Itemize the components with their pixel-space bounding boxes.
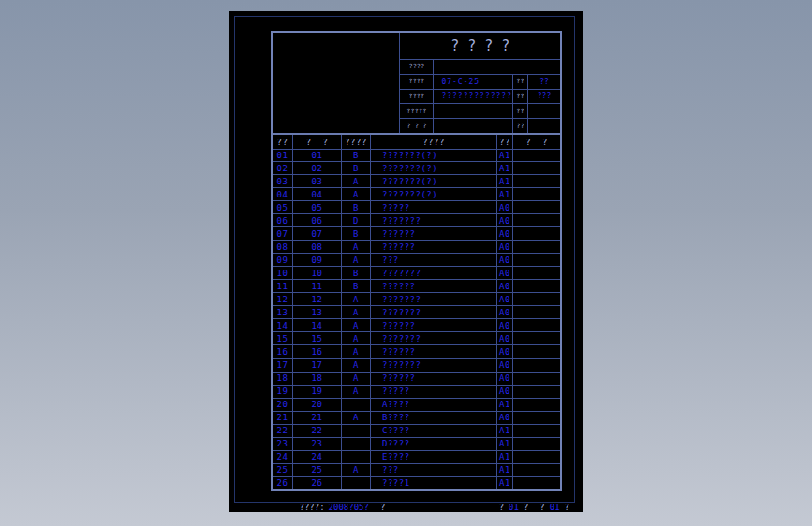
size-cell: A1 bbox=[497, 149, 513, 161]
drawing-no-cell: 04 bbox=[293, 188, 342, 200]
remark-cell bbox=[513, 399, 560, 411]
drawing-no-cell: 16 bbox=[293, 345, 342, 358]
footer-page-number: 01 bbox=[509, 503, 519, 512]
serial-cell: 16 bbox=[273, 345, 293, 358]
serial-cell: 01 bbox=[273, 149, 293, 161]
serial-cell: 05 bbox=[273, 201, 293, 213]
remark-cell bbox=[513, 267, 560, 279]
table-row: 0707B??????A0 bbox=[273, 227, 560, 241]
title-block: ???? ???? ???? 07-C-25 ?? ?? ???? ??????… bbox=[273, 33, 560, 135]
title-cell: A???? bbox=[371, 399, 497, 411]
cad-viewport[interactable]: ???? ???? ???? 07-C-25 ?? ?? ???? ??????… bbox=[229, 11, 583, 512]
table-row: 1616A??????A0 bbox=[273, 345, 560, 358]
drawing-no-cell: 10 bbox=[293, 267, 342, 279]
table-row: 0101B???????(?)A1 bbox=[273, 149, 560, 162]
title-cell: ??????? bbox=[371, 359, 497, 372]
table-row: 1717A???????A0 bbox=[273, 359, 560, 373]
header-remark: ? ? bbox=[513, 135, 560, 149]
serial-cell: 15 bbox=[273, 332, 293, 344]
serial-cell: 02 bbox=[273, 162, 293, 174]
serial-cell: 09 bbox=[273, 254, 293, 266]
size-cell: A0 bbox=[497, 214, 513, 226]
size-cell: A0 bbox=[497, 359, 513, 372]
remark-cell bbox=[513, 188, 560, 200]
field-value: ?? bbox=[528, 75, 560, 89]
title-cell: ??????? bbox=[371, 293, 497, 305]
remark-cell bbox=[513, 254, 560, 266]
footer-page-char: ? bbox=[524, 503, 528, 512]
drawing-no-cell: 26 bbox=[293, 477, 342, 489]
size-cell: A1 bbox=[497, 425, 513, 437]
table-row: 0505B?????A0 bbox=[273, 201, 560, 214]
remark-cell bbox=[513, 201, 560, 213]
title-cell: ?????? bbox=[371, 280, 497, 292]
remark-cell bbox=[513, 214, 560, 226]
drawing-no-cell: 20 bbox=[293, 399, 342, 411]
drawing-no-cell: 25 bbox=[293, 464, 342, 476]
revision-cell: A bbox=[342, 188, 371, 200]
drawing-no-cell: 11 bbox=[293, 280, 342, 292]
field-label: ???? bbox=[400, 90, 434, 104]
size-cell: A0 bbox=[497, 306, 513, 318]
size-cell: A0 bbox=[497, 227, 513, 240]
remark-cell bbox=[513, 386, 560, 398]
title-cell: ??? bbox=[371, 254, 497, 266]
title-block-row: ? ? ? ?? bbox=[400, 119, 560, 133]
revision-cell: B bbox=[342, 227, 371, 240]
footer-page-info: ?01??01? bbox=[464, 493, 569, 521]
revision-cell bbox=[342, 451, 371, 463]
revision-cell bbox=[342, 399, 371, 411]
drawing-no-cell: 06 bbox=[293, 214, 342, 226]
serial-cell: 25 bbox=[273, 464, 293, 476]
table-row: 1919A?????A0 bbox=[273, 386, 560, 399]
field-value bbox=[528, 119, 560, 133]
drawing-no-cell: 02 bbox=[293, 162, 342, 174]
table-row: 2020A????A1 bbox=[273, 399, 560, 412]
title-cell: ??????? bbox=[371, 306, 497, 318]
field-value: ??? bbox=[528, 90, 560, 104]
field-value bbox=[434, 104, 512, 118]
revision-cell bbox=[342, 438, 371, 450]
serial-cell: 11 bbox=[273, 280, 293, 292]
header-serial: ?? bbox=[273, 135, 293, 149]
sheet-footer: ????:2008?05?? ?01??01? bbox=[229, 493, 583, 506]
serial-cell: 26 bbox=[273, 477, 293, 489]
title-cell: ???????(?) bbox=[371, 188, 497, 200]
drawing-no-cell: 09 bbox=[293, 254, 342, 266]
revision-cell: B bbox=[342, 201, 371, 213]
footer-page-char: ? bbox=[539, 503, 544, 512]
remark-cell bbox=[513, 280, 560, 292]
table-row: 2121AB????A0 bbox=[273, 412, 560, 425]
revision-cell: B bbox=[342, 149, 371, 161]
drawing-no-cell: 24 bbox=[293, 451, 342, 463]
title-cell: ????1 bbox=[371, 477, 497, 489]
table-row: 1010B???????A0 bbox=[273, 267, 560, 280]
table-row: 1818A??????A0 bbox=[273, 373, 560, 386]
remark-cell bbox=[513, 319, 560, 331]
remark-cell bbox=[513, 149, 560, 161]
revision-cell: B bbox=[342, 162, 371, 174]
serial-cell: 06 bbox=[273, 214, 293, 226]
revision-cell: A bbox=[342, 319, 371, 331]
title-cell: ??? bbox=[371, 464, 497, 476]
size-cell: A0 bbox=[497, 386, 513, 398]
serial-cell: 07 bbox=[273, 227, 293, 240]
size-cell: A1 bbox=[497, 477, 513, 489]
size-cell: A0 bbox=[497, 201, 513, 213]
serial-cell: 21 bbox=[273, 412, 293, 424]
remark-cell bbox=[513, 425, 560, 437]
title-block-row: ???? ????????????? ?? ??? bbox=[400, 90, 560, 105]
drawing-no-cell: 23 bbox=[293, 438, 342, 450]
drawing-no-cell: 15 bbox=[293, 332, 342, 344]
title-cell: ?????? bbox=[371, 319, 497, 331]
field-label: ???? bbox=[400, 75, 434, 89]
remark-cell bbox=[513, 412, 560, 424]
field-label: ????? bbox=[400, 104, 434, 118]
serial-cell: 13 bbox=[273, 306, 293, 318]
revision-cell: B bbox=[342, 280, 371, 292]
header-revision: ???? bbox=[342, 135, 371, 149]
revision-cell: A bbox=[342, 412, 371, 424]
title-cell: ???????(?) bbox=[371, 149, 497, 161]
footer-page-char: ? bbox=[499, 503, 504, 512]
size-cell: A1 bbox=[497, 188, 513, 200]
